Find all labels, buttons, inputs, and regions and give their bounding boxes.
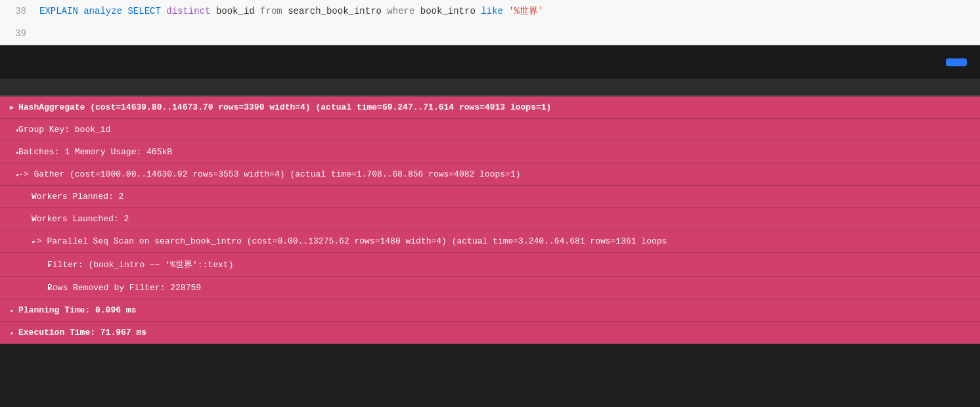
table-row: ●Planning Time: 0.096 ms — [0, 299, 980, 322]
string-value: '%世界' — [508, 6, 543, 16]
dot-icon: ● — [0, 330, 18, 336]
dot-icon: ● — [0, 194, 32, 200]
column-header — [0, 79, 980, 96]
plan-text: Planning Time: 0.096 ms — [18, 305, 136, 315]
query-plan-cell: ●Workers Launched: 2 — [0, 208, 980, 230]
table-row: ▶HashAggregate (cost=14639.80..14673.70 … — [0, 96, 980, 119]
dot-icon: ● — [0, 172, 18, 178]
col-book-intro: book_intro — [420, 6, 481, 16]
query-plan-cell: ●Workers Planned: 2 — [0, 186, 980, 208]
query-plan-cell: ●-> Gather (cost=1000.00..14630.92 rows=… — [0, 163, 980, 186]
query-plan-cell: ●Filter: (book_intro ~~ '%世界'::text) — [0, 253, 980, 277]
plan-text: Filter: (book_intro ~~ '%世界'::text) — [47, 260, 233, 270]
query-plan-cell: ●-> Parallel Seq Scan on search_book_int… — [0, 230, 980, 253]
col-book-id: book_id — [216, 6, 260, 16]
query-plan-cell: ●Rows Removed by Filter: 228759 — [0, 277, 980, 299]
line-number-38: 38 — [0, 6, 34, 16]
table-row: ●Rows Removed by Filter: 228759 — [0, 277, 980, 299]
keyword-distinct: distinct — [166, 6, 210, 16]
table-row: ●Execution Time: 71.967 ms — [0, 322, 980, 344]
plan-text: HashAggregate (cost=14639.80..14673.70 r… — [18, 102, 551, 112]
dot-icon: ● — [0, 127, 18, 133]
query-plan-cell: ●Batches: 1 Memory Usage: 465kB — [0, 141, 980, 163]
keyword-explain: EXPLAIN — [39, 6, 78, 16]
play-icon: ▶ — [0, 103, 18, 112]
query-plan-cell: ●Group Key: book_id — [0, 119, 980, 141]
table-row: ●Filter: (book_intro ~~ '%世界'::text) — [0, 253, 980, 277]
keyword-where: where — [387, 6, 414, 16]
keyword-from: from — [260, 6, 282, 16]
table-row: ●Workers Launched: 2 — [0, 208, 980, 230]
table-row: ●-> Parallel Seq Scan on search_book_int… — [0, 230, 980, 253]
dot-icon: ● — [0, 263, 47, 268]
code-editor: 38 EXPLAIN analyze SELECT distinct book_… — [0, 0, 980, 45]
dot-icon: ● — [0, 150, 18, 156]
toolbar — [0, 45, 980, 79]
query-plan-cell: ▶HashAggregate (cost=14639.80..14673.70 … — [0, 96, 980, 119]
query-plan-cell: ●Execution Time: 71.967 ms — [0, 322, 980, 344]
table-name: search_book_intro — [288, 6, 387, 16]
dot-icon: ● — [0, 308, 18, 314]
table-row: ●-> Gather (cost=1000.00..14630.92 rows=… — [0, 163, 980, 186]
dot-icon: ● — [0, 217, 32, 223]
line-number-39: 39 — [0, 28, 34, 39]
dot-icon: ● — [0, 239, 32, 245]
plan-text: Workers Planned: 2 — [32, 192, 123, 202]
table-row: ●Workers Planned: 2 — [0, 186, 980, 208]
plan-text: Group Key: book_id — [18, 125, 110, 135]
results-area: ▶HashAggregate (cost=14639.80..14673.70 … — [0, 79, 980, 344]
code-line-39: 39 — [0, 22, 980, 45]
keyword-analyze: analyze — [83, 6, 127, 16]
code-content-39 — [34, 30, 45, 37]
plan-text: Workers Launched: 2 — [32, 214, 129, 224]
result-button[interactable] — [946, 58, 967, 66]
keyword-select: SELECT — [127, 6, 160, 16]
plan-text: -> Parallel Seq Scan on search_book_intr… — [32, 236, 667, 246]
keyword-like: like — [481, 6, 503, 16]
code-content-38: EXPLAIN analyze SELECT distinct book_id … — [34, 1, 548, 21]
table-header-row — [0, 79, 980, 96]
query-plan-cell: ●Planning Time: 0.096 ms — [0, 299, 980, 322]
plan-text: Rows Removed by Filter: 228759 — [47, 283, 201, 293]
code-line-38: 38 EXPLAIN analyze SELECT distinct book_… — [0, 0, 980, 22]
dot-icon: ● — [0, 286, 47, 291]
plan-text: -> Gather (cost=1000.00..14630.92 rows=3… — [18, 169, 521, 179]
plan-text: Batches: 1 Memory Usage: 465kB — [18, 147, 172, 157]
table-row: ●Group Key: book_id — [0, 119, 980, 141]
plan-text: Execution Time: 71.967 ms — [18, 328, 146, 337]
query-plan-table: ▶HashAggregate (cost=14639.80..14673.70 … — [0, 79, 980, 344]
table-row: ●Batches: 1 Memory Usage: 465kB — [0, 141, 980, 163]
